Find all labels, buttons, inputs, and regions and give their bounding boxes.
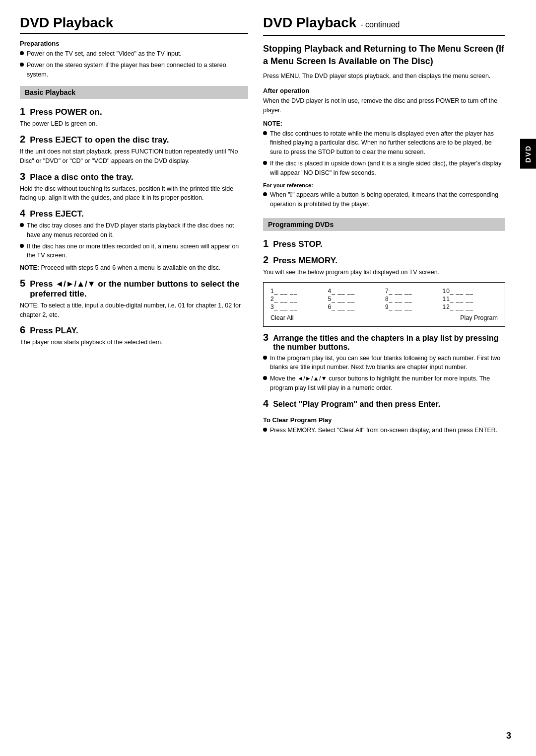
play-program-label: Play Program xyxy=(460,314,498,321)
clear-all-label: Clear All xyxy=(270,314,294,321)
list-item: The disc continues to rotate while the m… xyxy=(263,129,505,157)
step-4-bullets: The disc tray closes and the DVD player … xyxy=(20,221,248,260)
preparations-heading: Preparations xyxy=(20,40,248,47)
grid-cell-12: 12_ __ __ xyxy=(443,303,498,310)
step-4-number: 4 xyxy=(20,208,25,219)
right-title: DVD Playback xyxy=(263,15,356,33)
note-bullet-1: The disc continues to rotate while the m… xyxy=(270,129,505,157)
prog-step-3-number: 3 xyxy=(263,332,268,343)
step-4: 4 Press EJECT. The disc tray closes and … xyxy=(20,208,248,273)
to-clear-list: Press MEMORY. Select "Clear All" from on… xyxy=(263,426,505,435)
bullet-icon xyxy=(20,63,24,67)
prog-step-4-number: 4 xyxy=(263,398,268,409)
grid-cell-5: 5_ __ __ xyxy=(328,296,384,302)
to-clear-bullet: Press MEMORY. Select "Clear All" from on… xyxy=(270,426,497,435)
step-2-title: Press EJECT to open the disc tray. xyxy=(30,135,169,145)
step-3-bullet-1: In the program play list, you can see fo… xyxy=(270,354,505,373)
program-footer: Clear All Play Program xyxy=(270,314,498,321)
right-column: DVD Playback - continued Stopping Playba… xyxy=(263,15,505,736)
right-title-suffix: - continued xyxy=(360,20,400,29)
grid-cell-9: 9_ __ __ xyxy=(385,303,441,310)
list-item: Power on the stereo system if the player… xyxy=(20,61,248,79)
ref-bullet: When "⃘" appears while a button is being… xyxy=(270,190,505,209)
prog-step-3-title: Arrange the titles and the chapters in a… xyxy=(273,334,505,352)
bullet-icon xyxy=(263,131,267,135)
grid-cell-1: 1_ __ __ xyxy=(270,288,326,295)
step-2-number: 2 xyxy=(20,134,25,145)
main-content: DVD Playback Preparations Power on the T… xyxy=(0,0,520,756)
preparations-list: Power on the TV set, and select "Video" … xyxy=(20,49,248,79)
list-item: In the program play list, you can see fo… xyxy=(263,354,505,373)
note-bullet-2: If the disc is placed in upside down (an… xyxy=(270,159,505,178)
after-operation-body: When the DVD player is not in use, remov… xyxy=(263,96,505,115)
step-1-body: The power LED is green on. xyxy=(20,119,248,129)
step-3-number: 3 xyxy=(20,171,25,182)
note-section: NOTE: The disc continues to rotate while… xyxy=(263,120,505,178)
grid-cell-6: 6_ __ __ xyxy=(328,303,384,310)
prog-step-2-title: Press MEMORY. xyxy=(273,256,337,266)
prep-item-2: Power on the stereo system if the player… xyxy=(27,61,248,79)
step-5-body: NOTE: To select a title, input a double-… xyxy=(20,301,248,320)
bullet-icon xyxy=(263,428,267,432)
step-5-title: Press ◄/►/▲/▼ or the number buttons to s… xyxy=(30,279,248,299)
step-3-bullets: In the program play list, you can see fo… xyxy=(263,354,505,393)
to-clear-section: To Clear Program Play Press MEMORY. Sele… xyxy=(263,416,505,435)
prog-step-2-number: 2 xyxy=(263,254,268,266)
step-5: 5 Press ◄/►/▲/▼ or the number buttons to… xyxy=(20,278,248,320)
prog-step-4-title: Select "Play Program" and then press Ent… xyxy=(273,400,440,409)
to-clear-heading: To Clear Program Play xyxy=(263,416,505,424)
grid-cell-3: 3_ __ __ xyxy=(270,303,326,310)
note-bullets: The disc continues to rotate while the m… xyxy=(263,129,505,178)
after-operation-section: After operation When the DVD player is n… xyxy=(263,87,505,115)
step-4-bullet-2: If the disc has one or more titles recor… xyxy=(27,242,248,261)
bullet-icon xyxy=(263,356,267,360)
step-1-title: Press POWER on. xyxy=(30,107,102,117)
side-tab: DVD xyxy=(520,139,536,169)
basic-playback-label: Basic Playback xyxy=(20,86,248,99)
program-grid: 1_ __ __ 4_ __ __ 7_ __ __ 10_ __ __ 2_ … xyxy=(270,288,498,310)
step-4-bullet-1: The disc tray closes and the DVD player … xyxy=(27,221,248,240)
step-4-note-text: Proceed with steps 5 and 6 when a menu i… xyxy=(41,264,220,271)
grid-cell-4: 4_ __ __ xyxy=(328,288,384,295)
bullet-icon xyxy=(263,192,267,196)
grid-cell-2: 2_ __ __ xyxy=(270,296,326,302)
list-item: If the disc is placed in upside down (an… xyxy=(263,159,505,178)
page-number: 3 xyxy=(506,731,511,741)
bullet-icon xyxy=(20,223,24,227)
stopping-heading: Stopping Playback and Returning to The M… xyxy=(263,43,505,68)
step-3: 3 Place a disc onto the tray. Hold the d… xyxy=(20,171,248,203)
step-2-body: If the unit does not start playback, pre… xyxy=(20,147,248,166)
list-item: When "⃘" appears while a button is being… xyxy=(263,190,505,209)
step-4-note: NOTE: Proceed with steps 5 and 6 when a … xyxy=(20,263,248,273)
step-5-number: 5 xyxy=(20,278,25,289)
list-item: Power on the TV set, and select "Video" … xyxy=(20,49,248,59)
ref-label: For your reference: xyxy=(263,182,505,188)
note-label: NOTE: xyxy=(263,120,505,127)
bullet-icon xyxy=(263,376,267,380)
prog-step-4: 4 Select "Play Program" and then press E… xyxy=(263,398,505,409)
prog-step-2: 2 Press MEMORY. You will see the below p… xyxy=(263,254,505,277)
left-title: DVD Playback xyxy=(20,15,248,34)
grid-cell-8: 8_ __ __ xyxy=(385,296,441,302)
grid-cell-10: 10_ __ __ xyxy=(443,288,498,295)
prog-step-1-number: 1 xyxy=(263,238,268,249)
step-6-title: Press PLAY. xyxy=(30,326,78,336)
program-box: 1_ __ __ 4_ __ __ 7_ __ __ 10_ __ __ 2_ … xyxy=(263,282,505,327)
prep-item-1: Power on the TV set, and select "Video" … xyxy=(27,49,182,59)
ref-bullet-list: When "⃘" appears while a button is being… xyxy=(263,190,505,209)
step-3-bullet-2: Move the ◄/►/▲/▼ cursor buttons to highl… xyxy=(270,374,505,393)
ref-section: For your reference: When "⃘" appears whi… xyxy=(263,182,505,209)
prog-step-1-title: Press STOP. xyxy=(273,239,323,249)
step-4-title: Press EJECT. xyxy=(30,209,84,219)
page-container: DVD DVD Playback Preparations Power on t… xyxy=(0,0,536,756)
grid-cell-11: 11_ __ __ xyxy=(443,296,498,302)
list-item: If the disc has one or more titles recor… xyxy=(20,242,248,261)
stopping-heading-block: Stopping Playback and Returning to The M… xyxy=(263,43,505,81)
step-4-note-label: NOTE: xyxy=(20,264,39,271)
prog-step-3: 3 Arrange the titles and the chapters in… xyxy=(263,332,505,393)
prog-step-1: 1 Press STOP. xyxy=(263,238,505,249)
step-6-body: The player now starts playback of the se… xyxy=(20,338,248,347)
list-item: Move the ◄/►/▲/▼ cursor buttons to highl… xyxy=(263,374,505,393)
step-3-body: Hold the disc without touching its surfa… xyxy=(20,184,248,203)
list-item: Press MEMORY. Select "Clear All" from on… xyxy=(263,426,505,435)
